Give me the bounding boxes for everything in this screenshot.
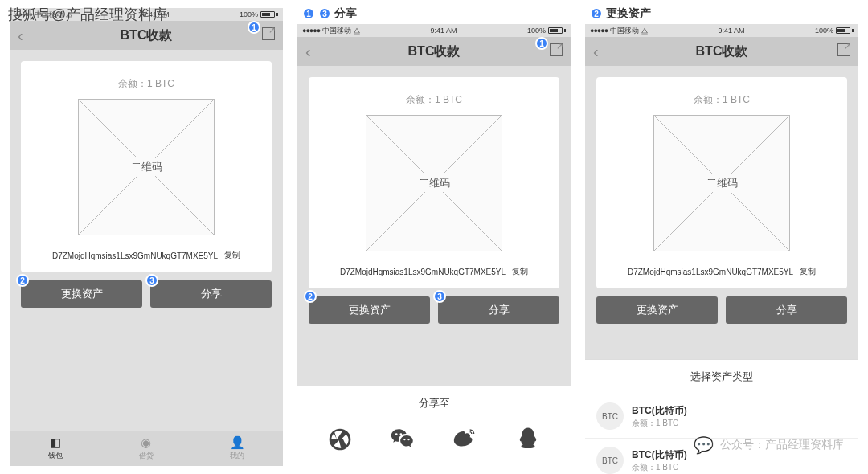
annotation-badge-3: 3 — [145, 274, 158, 287]
nav-bar: ‹ BTC收款 — [585, 37, 858, 66]
watermark-top: 搜狐号@产品经理资料库 — [8, 5, 167, 24]
tab-wallet[interactable]: ◧钱包 — [10, 431, 100, 466]
screen-3: 2 更换资产 ●●●●●中国移动⧋ 9:41 AM 100% ‹ BTC收款 余… — [585, 24, 858, 474]
status-bar: ●●●●●中国移动⧋ 9:41 AM 100% — [585, 24, 858, 37]
copy-button[interactable]: 复制 — [512, 266, 528, 277]
screen-1: ●●●●●中国移动⧋ 9:41 AM 100% ‹ BTC收款 1 余额：1 B… — [10, 8, 283, 466]
wallet-address: D7ZMojdHqmsias1Lsx9GmNUkqGT7MXE5YL — [628, 268, 793, 276]
aperture-share-icon[interactable] — [326, 425, 354, 454]
wallet-icon: ◧ — [48, 435, 63, 450]
asset-name: BTC(比特币) — [632, 448, 687, 462]
share-icon[interactable]: 1 — [550, 43, 563, 59]
annotation-badge-2: 2 — [16, 274, 29, 287]
balance-label: 余额：1 BTC — [32, 77, 260, 91]
tab-loan[interactable]: ◉借贷 — [100, 431, 191, 466]
asset-sheet: 选择资产类型 BTC BTC(比特币)余额：1 BTC BTC BTC(比特币)… — [585, 359, 858, 474]
weibo-share-icon[interactable] — [451, 425, 480, 454]
change-asset-button[interactable]: 2更换资产 — [309, 296, 430, 324]
receive-card: 余额：1 BTC 二维码 D7ZMojdHqmsias1Lsx9GmNUkqGT… — [596, 77, 847, 288]
screen-2: 1 3 分享 ●●●●●中国移动⧋ 9:41 AM 100% ‹ BTC收款 1… — [297, 24, 571, 474]
nav-bar: ‹ BTC收款 1 — [297, 37, 571, 66]
share-icon[interactable] — [837, 43, 850, 59]
screen-3-label: 2 更换资产 — [590, 6, 651, 21]
status-bar: ●●●●●中国移动⧋ 9:41 AM 100% — [297, 24, 571, 37]
qr-code-placeholder: 二维码 — [653, 115, 790, 251]
page-title: BTC收款 — [297, 43, 571, 60]
change-asset-button[interactable]: 2更换资产 — [21, 280, 142, 308]
share-button[interactable]: 分享 — [726, 296, 847, 324]
share-sheet-title: 分享至 — [297, 386, 571, 420]
qq-share-icon[interactable] — [514, 425, 542, 454]
asset-balance: 余额：1 BTC — [632, 418, 687, 429]
profile-icon: 👤 — [230, 435, 244, 450]
page-title: BTC收款 — [10, 27, 283, 44]
asset-symbol-icon: BTC — [596, 402, 624, 430]
nav-bar: ‹ BTC收款 1 — [10, 21, 283, 50]
battery-icon — [260, 11, 278, 18]
annotation-badge-1: 1 — [248, 21, 260, 34]
watermark-bottom: 💬 公众号：产品经理资料库 — [694, 435, 844, 455]
balance-label: 余额：1 BTC — [608, 93, 836, 107]
wechat-share-icon[interactable] — [388, 425, 417, 454]
wallet-address: D7ZMojdHqmsias1Lsx9GmNUkqGT7MXE5YL — [340, 268, 506, 276]
share-icon[interactable]: 1 — [262, 27, 275, 43]
qr-code-placeholder: 二维码 — [78, 99, 215, 235]
balance-label: 余额：1 BTC — [320, 93, 548, 107]
battery-percent: 100% — [240, 10, 258, 18]
tab-mine[interactable]: 👤我的 — [192, 431, 283, 466]
copy-button[interactable]: 复制 — [224, 250, 240, 261]
share-sheet: 分享至 — [297, 386, 571, 474]
copy-button[interactable]: 复制 — [800, 266, 816, 277]
change-asset-button[interactable]: 更换资产 — [596, 296, 718, 324]
screen-2-label: 1 3 分享 — [302, 6, 357, 21]
asset-symbol-icon: BTC — [596, 447, 624, 474]
wallet-address: D7ZMojdHqmsias1Lsx9GmNUkqGT7MXE5YL — [52, 251, 218, 260]
wechat-icon: 💬 — [694, 435, 714, 455]
loan-icon: ◉ — [139, 435, 154, 450]
asset-row[interactable]: BTC BTC(比特币)余额：1 BTC — [585, 394, 858, 438]
receive-card: 余额：1 BTC 二维码 D7ZMojdHqmsias1Lsx9GmNUkqGT… — [309, 77, 559, 288]
page-title: BTC收款 — [585, 43, 858, 60]
tab-bar: ◧钱包 ◉借贷 👤我的 — [10, 431, 283, 466]
asset-balance: 余额：1 BTC — [632, 462, 687, 473]
qr-code-placeholder: 二维码 — [366, 115, 502, 251]
share-button[interactable]: 3分享 — [150, 280, 272, 308]
receive-card: 余额：1 BTC 二维码 D7ZMojdHqmsias1Lsx9GmNUkqGT… — [21, 61, 272, 272]
asset-name: BTC(比特币) — [632, 404, 687, 418]
asset-sheet-title: 选择资产类型 — [585, 360, 858, 394]
share-button[interactable]: 3分享 — [438, 296, 559, 324]
